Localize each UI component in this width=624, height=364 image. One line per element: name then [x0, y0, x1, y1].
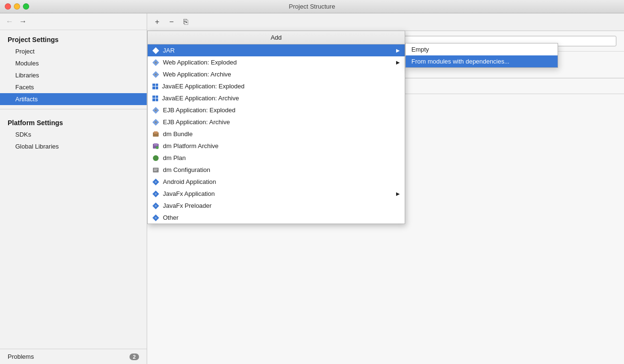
jar-empty-item[interactable]: Empty: [406, 43, 558, 55]
problems-row[interactable]: Problems 2: [0, 349, 147, 364]
jar-diamond-icon: [152, 47, 159, 54]
add-dropdown: Add JAR ▶ Web Application: Exploded ▶: [147, 31, 405, 224]
javaee-exploded-icon: [152, 84, 158, 89]
dropdown-item-dm-platform[interactable]: dm Platform Archive: [148, 140, 405, 152]
svg-point-29: [155, 193, 157, 195]
dropdown-item-android[interactable]: Android Application: [148, 176, 405, 188]
nav-forward[interactable]: →: [19, 17, 27, 26]
svg-point-33: [155, 217, 157, 219]
sidebar: ← → Project Settings Project Modules Lib…: [0, 13, 147, 364]
svg-rect-23: [153, 168, 159, 172]
svg-point-10: [155, 62, 157, 64]
svg-rect-20: [154, 143, 158, 146]
web-exploded-chevron: ▶: [396, 60, 400, 65]
dropdown-item-javaee-archive[interactable]: JavaEE Application: Archive: [148, 92, 405, 104]
jar-subdropdown: Empty From modules with dependencies...: [405, 43, 558, 68]
remove-artifact-button[interactable]: −: [165, 16, 178, 28]
svg-rect-18: [154, 131, 158, 134]
svg-point-31: [155, 205, 157, 207]
javaee-archive-icon: [152, 96, 158, 101]
title-bar: Project Structure: [0, 0, 624, 13]
platform-settings-title: Platform Settings: [0, 113, 147, 128]
javafx-chevron: ▶: [396, 191, 400, 196]
sidebar-nav: ← →: [0, 13, 147, 30]
dropdown-item-javaee-exploded[interactable]: JavaEE Application: Exploded: [148, 80, 405, 92]
ejb-exploded-icon: [152, 107, 159, 114]
dropdown-item-other[interactable]: Other: [148, 212, 405, 224]
svg-point-16: [155, 121, 157, 123]
dropdown-item-web-exploded[interactable]: Web Application: Exploded ▶: [148, 56, 405, 68]
android-icon: [152, 179, 159, 185]
other-icon: [152, 214, 159, 221]
content-area: + − ⎘ Name: Include in project build Out…: [147, 13, 624, 364]
close-button[interactable]: [5, 3, 11, 10]
dropdown-item-javafx[interactable]: JavaFx Application ▶: [148, 188, 405, 200]
dropdown-item-ejb-exploded[interactable]: EJB Application: Exploded: [148, 104, 405, 116]
add-dropdown-header: Add: [148, 31, 405, 44]
sidebar-item-project[interactable]: Project: [0, 45, 147, 57]
web-exploded-icon: [152, 59, 159, 66]
sidebar-item-libraries[interactable]: Libraries: [0, 69, 147, 81]
jar-from-modules-item[interactable]: From modules with dependencies...: [406, 55, 558, 67]
jar-submenu-chevron: ▶: [396, 48, 400, 53]
sidebar-item-global-libraries[interactable]: Global Libraries: [0, 140, 147, 152]
ejb-archive-icon: [152, 119, 159, 126]
dropdown-item-dm-config[interactable]: dm Configuration: [148, 164, 405, 176]
content-toolbar: + − ⎘: [147, 13, 624, 31]
dropdown-item-ejb-archive[interactable]: EJB Application: Archive: [148, 116, 405, 128]
javafx-preloader-icon: [152, 203, 159, 209]
dropdown-item-javafx-preloader[interactable]: JavaFx Preloader: [148, 200, 405, 212]
dropdown-item-dm-plan[interactable]: dm Plan: [148, 152, 405, 164]
sidebar-item-artifacts[interactable]: Artifacts: [0, 93, 147, 105]
svg-point-27: [155, 181, 157, 183]
dm-bundle-icon: [152, 131, 159, 138]
main-layout: ← → Project Settings Project Modules Lib…: [0, 13, 624, 364]
svg-point-21: [156, 146, 159, 149]
sidebar-item-facets[interactable]: Facets: [0, 81, 147, 93]
sidebar-item-sdks[interactable]: SDKs: [0, 128, 147, 140]
svg-point-22: [153, 155, 159, 161]
svg-point-14: [155, 109, 157, 111]
problems-badge: 2: [129, 353, 139, 360]
dropdown-item-jar[interactable]: JAR ▶: [148, 44, 405, 56]
problems-label: Problems: [8, 353, 129, 360]
svg-point-12: [155, 74, 157, 75]
sidebar-divider: [0, 109, 147, 109]
dropdown-item-dm-bundle[interactable]: dm Bundle: [148, 128, 405, 140]
traffic-lights: [5, 3, 29, 10]
dm-platform-icon: [152, 143, 159, 150]
svg-rect-7: [152, 47, 159, 54]
maximize-button[interactable]: [23, 3, 29, 10]
javafx-icon: [152, 191, 159, 197]
sidebar-item-modules[interactable]: Modules: [0, 57, 147, 69]
dropdown-item-web-archive[interactable]: Web Application: Archive: [148, 68, 405, 80]
nav-back[interactable]: ←: [6, 17, 13, 26]
dm-config-icon: [152, 167, 159, 173]
web-archive-icon: [152, 71, 159, 78]
add-artifact-button[interactable]: +: [151, 16, 163, 28]
dm-plan-icon: [152, 155, 159, 161]
copy-artifact-button[interactable]: ⎘: [180, 16, 192, 28]
project-settings-title: Project Settings: [0, 30, 147, 45]
window-title: Project Structure: [289, 3, 335, 10]
minimize-button[interactable]: [14, 3, 20, 10]
